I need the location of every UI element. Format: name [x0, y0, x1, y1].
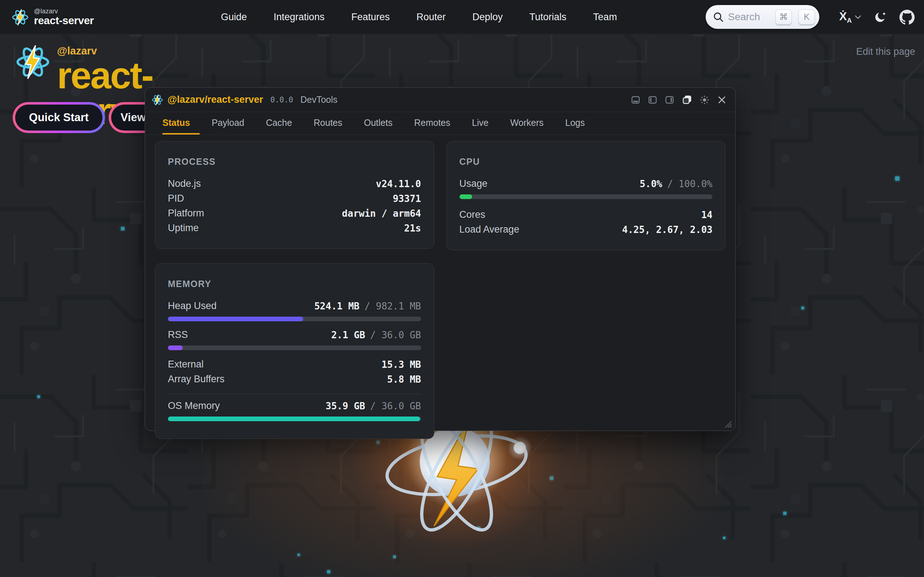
dock-right-icon	[665, 95, 674, 105]
circuit-node-dot	[801, 306, 804, 309]
github-link[interactable]	[900, 10, 914, 25]
floating-window-button[interactable]	[682, 95, 692, 105]
top-navbar: @lazarv react-server GuideIntegrationsFe…	[0, 0, 924, 34]
language-icon: ẊA	[839, 10, 852, 24]
divider	[168, 394, 421, 394]
stat-row: External 15.3 MB	[168, 357, 421, 372]
process-card: PROCESS Node.js v24.11.0 PID 93371 Platf…	[155, 141, 434, 249]
devtools-version: 0.0.0	[270, 95, 293, 104]
memory-meter: Heap Used 524.1 MB/ 982.1 MB	[168, 298, 421, 321]
devtools-tab[interactable]: Payload	[212, 112, 254, 134]
dark-mode-toggle[interactable]	[874, 11, 887, 23]
stat-label: Heap Used	[168, 300, 216, 311]
stat-row: Cores 14	[459, 207, 713, 222]
progress-track	[168, 345, 421, 350]
atom-bolt-logo-icon	[15, 44, 50, 80]
devtools-tab[interactable]: Cache	[266, 112, 302, 134]
devtools-titlebar[interactable]: @lazarv/react-server 0.0.0 DevTools	[145, 88, 735, 112]
search-icon	[713, 11, 724, 23]
circuit-node-dot	[783, 512, 787, 515]
devtools-tabs: StatusPayloadCacheRoutesOutletsRemotesLi…	[145, 112, 735, 135]
nav-actions: ẊA	[839, 0, 914, 34]
nav-link[interactable]: Integrations	[274, 11, 325, 23]
os-memory-meter: OS Memory 35.9 GB/ 36.0 GB	[168, 398, 421, 421]
stat-label: Load Average	[459, 224, 519, 235]
stat-row: Load Average 4.25, 2.67, 2.03	[459, 222, 713, 237]
main-nav: GuideIntegrationsFeaturesRouterDeployTut…	[221, 0, 617, 34]
stat-value: 21s	[404, 223, 421, 234]
circuit-node-dot	[37, 395, 40, 398]
resize-handle[interactable]	[723, 419, 732, 428]
devtools-tab[interactable]: Logs	[565, 112, 594, 134]
stat-label: Array Buffers	[168, 374, 225, 385]
circuit-node-dot	[723, 537, 725, 539]
stat-row: Node.js v24.11.0	[168, 176, 421, 191]
devtools-tab[interactable]: Live	[472, 112, 498, 134]
brand[interactable]: @lazarv react-server	[11, 0, 94, 34]
stat-max: / 36.0 GB	[370, 330, 421, 340]
atom-bolt-logo-icon	[152, 94, 163, 106]
floating-window-icon	[682, 95, 692, 105]
stat-value: 35.9 GB	[326, 401, 365, 411]
sun-icon	[699, 95, 709, 105]
stat-value: 4.25, 2.67, 2.03	[622, 224, 712, 235]
cpu-card: CPU Usage 5.0%/ 100.0% Cores 14 Load Ave…	[446, 141, 726, 250]
stat-label: External	[168, 359, 204, 370]
devtools-tab[interactable]: Outlets	[364, 112, 402, 134]
stat-value: 93371	[393, 193, 421, 204]
atom-bolt-logo-icon	[11, 9, 29, 26]
progress-fill	[168, 416, 420, 421]
devtools-tab[interactable]: Status	[162, 112, 200, 134]
card-title: CPU	[459, 156, 713, 167]
circuit-node-dot	[121, 227, 124, 230]
card-title: MEMORY	[168, 279, 421, 289]
cpu-usage-meter: Usage 5.0%/ 100.0%	[459, 176, 713, 199]
stat-label: Uptime	[168, 222, 199, 234]
search-placeholder: Search	[728, 11, 771, 23]
stat-label: Platform	[168, 208, 204, 219]
search-input[interactable]: Search ⌘ K	[706, 5, 819, 29]
nav-link[interactable]: Tutorials	[530, 11, 567, 23]
devtools-tab[interactable]: Workers	[510, 112, 553, 134]
close-button[interactable]	[717, 95, 727, 105]
dock-bottom-icon	[631, 95, 640, 105]
stat-row: Platform darwin / arm64	[168, 206, 421, 221]
progress-track	[168, 317, 421, 321]
memory-meter: RSS 2.1 GB/ 36.0 GB	[168, 327, 421, 350]
quick-start-button[interactable]: Quick Start	[13, 102, 105, 133]
dock-right-button[interactable]	[665, 95, 674, 105]
nav-link[interactable]: Guide	[221, 11, 247, 23]
nav-link[interactable]: Deploy	[472, 11, 503, 23]
memory-card: MEMORY Heap Used 524.1 MB/ 982.1 MB RSS …	[155, 263, 434, 439]
dock-left-icon	[648, 95, 657, 105]
stat-value: 2.1 GB	[331, 330, 365, 340]
devtools-panel: @lazarv/react-server 0.0.0 DevTools	[145, 87, 736, 431]
progress-fill	[168, 345, 183, 350]
card-title: PROCESS	[168, 156, 421, 167]
stat-row: Uptime 21s	[168, 221, 421, 235]
dock-left-button[interactable]	[648, 95, 657, 105]
nav-link[interactable]: Features	[351, 11, 390, 23]
brand-scope: @lazarv	[34, 8, 94, 15]
k-keycap: K	[798, 10, 815, 24]
stat-value: darwin / arm64	[342, 208, 421, 219]
nav-link[interactable]: Team	[593, 11, 617, 23]
devtools-tab[interactable]: Routes	[313, 112, 352, 134]
stat-value: 15.3 MB	[381, 359, 421, 370]
nav-link[interactable]: Router	[417, 11, 446, 23]
stat-row: Array Buffers 5.8 MB	[168, 372, 421, 387]
stat-max: / 36.0 GB	[370, 401, 421, 411]
devtools-tab[interactable]: Remotes	[414, 112, 460, 134]
dock-bottom-button[interactable]	[631, 95, 640, 105]
stat-max: / 982.1 MB	[365, 301, 421, 311]
stat-value: v24.11.0	[376, 179, 421, 189]
language-selector[interactable]: ẊA	[839, 10, 861, 24]
stat-label: RSS	[168, 329, 188, 340]
window-controls	[631, 95, 727, 105]
edit-this-page-link[interactable]: Edit this page	[856, 46, 915, 57]
stat-max: / 100.0%	[667, 179, 712, 189]
theme-toggle-button[interactable]	[699, 95, 709, 105]
stat-label: PID	[168, 193, 184, 204]
stat-value: 14	[701, 210, 712, 220]
close-icon	[717, 95, 727, 105]
